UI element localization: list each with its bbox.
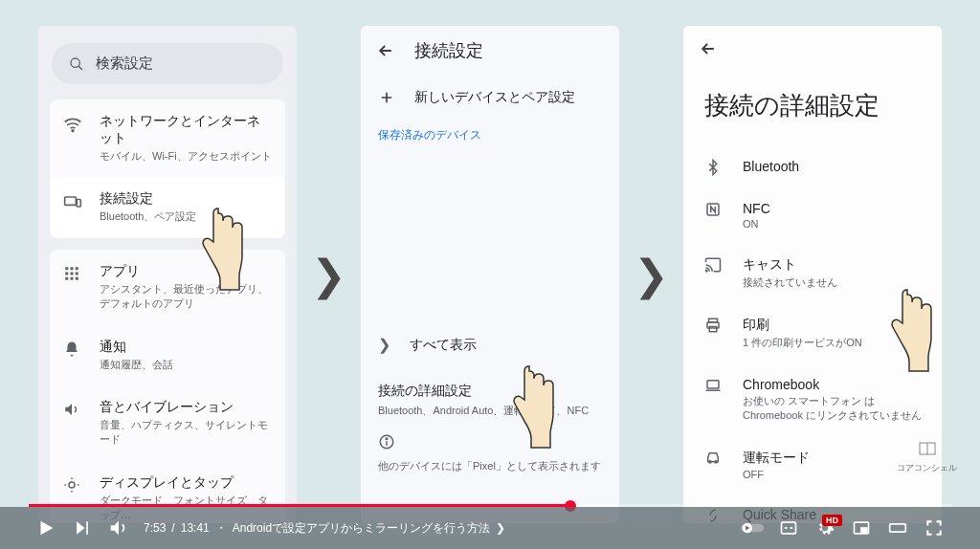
setting-sub: 音量、ハプティクス、サイレントモード [100,418,272,448]
svg-point-23 [386,438,388,440]
setting-sub: モバイル、Wi-Fi、アクセスポイント [100,149,272,164]
bluetooth-icon [704,159,725,176]
device-info: 他のデバイスには「Pixel」として表示されます [361,424,619,485]
setting-title: 接続設定 [100,190,272,208]
show-all-label: すべて表示 [410,337,477,354]
brightness-icon [63,476,82,495]
svg-rect-40 [890,524,906,532]
play-button[interactable] [34,516,57,539]
item-title: 印刷 [743,317,924,334]
captions-button[interactable] [777,516,800,539]
svg-rect-37 [782,522,796,534]
settings-button[interactable]: HD [813,516,836,539]
pair-new-device[interactable]: 新しいデバイスとペア設定 [361,76,619,120]
fullscreen-button[interactable] [923,516,946,539]
laptop-icon [704,377,725,394]
svg-rect-12 [71,277,74,280]
svg-rect-29 [707,381,719,388]
svg-rect-11 [65,277,68,280]
volume-button[interactable] [107,516,130,539]
svg-rect-3 [65,197,77,205]
video-frame: 検索設定 ネットワークとインターネット モバイル、Wi-Fi、アクセスポイント … [0,0,980,549]
svg-rect-6 [71,267,74,270]
setting-title: アプリ [100,263,272,280]
pair-label: 新しいデバイスとペア設定 [414,89,575,106]
wifi-icon [63,115,82,134]
setting-connected[interactable]: 接続設定 Bluetooth、ペア設定 [50,177,285,237]
devices-icon [63,192,82,211]
setting-title: ディスプレイとタップ [100,474,272,492]
setting-notifications[interactable]: 通知 通知履歴、会話 [50,325,285,385]
item-sub: ON [743,218,924,230]
theater-button[interactable] [886,516,909,539]
back-icon[interactable] [376,41,395,60]
svg-line-1 [78,66,82,70]
current-time: 7:53 [144,521,166,535]
svg-rect-13 [76,277,78,280]
settings-screen-1: 検索設定 ネットワークとインターネット モバイル、Wi-Fi、アクセスポイント … [38,26,297,523]
setting-bluetooth[interactable]: Bluetooth [683,145,942,187]
volume-icon [63,401,82,420]
arrow-icon: ❯ [634,251,669,299]
time-display: 7:53 / 13:41 ・ Androidで設定アプリからミラーリングを行う方… [144,520,505,537]
setting-apps[interactable]: アプリ アシスタント、最近使ったアプリ、デフォルトのアプリ [50,250,285,325]
show-all[interactable]: ❯ すべて表示 [361,322,619,367]
item-sub: お使いの スマートフォン は Chromebook にリンクされていません [743,394,924,423]
svg-rect-9 [71,272,74,274]
svg-rect-7 [76,267,78,270]
bell-icon [63,340,82,360]
nfc-icon [704,201,725,218]
search-placeholder: 検索設定 [96,55,153,73]
screen-header: 接続設定 [361,26,619,76]
setting-cast[interactable]: キャスト 接続されていません [683,243,942,303]
advanced-settings[interactable]: 接続の詳細設定 Bluetooth、Android Auto、運転モード、NFC [361,367,619,424]
search-icon [69,56,84,72]
setting-nfc[interactable]: NFC ON [683,187,942,243]
chevron-right-icon: ❯ [378,336,390,354]
item-sub: 1 件の印刷サービスがON [743,336,924,350]
svg-rect-4 [77,200,80,208]
plus-icon [378,89,395,106]
setting-sub: 通知履歴、会話 [100,358,272,372]
next-button[interactable] [71,516,94,539]
setting-chromebook[interactable]: Chromebook お使いの スマートフォン は Chromebook にリン… [683,363,942,436]
setting-title: ネットワークとインターネット [100,113,272,147]
channel-watermark[interactable]: コアコンシェル [897,437,957,474]
info-text: 他のデバイスには「Pixel」として表示されます [378,458,602,475]
item-title: Chromebook [743,377,924,392]
advanced-sub: Bluetooth、Android Auto、運転モード、NFC [378,404,602,418]
search-input[interactable]: 検索設定 [52,43,283,84]
channel-name: コアコンシェル [897,462,957,474]
item-sub: 接続されていません [743,275,924,290]
apps-icon [63,265,82,284]
info-icon [378,433,602,450]
settings-screen-2: 接続設定 新しいデバイスとペア設定 保存済みのデバイス ❯ すべて表示 接続の詳… [361,26,619,523]
setting-sub: Bluetooth、ペア設定 [100,209,272,224]
page-title: 接続の詳細設定 [683,72,942,145]
chapter-title[interactable]: Androidで設定アプリからミラーリングを行う方法 [233,520,490,537]
setting-network[interactable]: ネットワークとインターネット モバイル、Wi-Fi、アクセスポイント [50,99,285,177]
svg-rect-5 [65,267,68,270]
setting-sub: アシスタント、最近使ったアプリ、デフォルトのアプリ [100,282,272,312]
svg-point-2 [72,130,74,132]
svg-rect-10 [76,272,78,274]
duration: 13:41 [181,521,210,535]
video-controls: 7:53 / 13:41 ・ Androidで設定アプリからミラーリングを行う方… [0,507,980,549]
svg-point-14 [69,482,75,488]
item-title: Bluetooth [743,159,924,174]
advanced-title: 接続の詳細設定 [378,383,602,400]
svg-rect-39 [861,528,867,532]
hd-badge: HD [822,515,842,526]
setting-title: 通知 [100,339,272,356]
svg-point-25 [706,270,708,272]
arrow-icon: ❯ [311,251,346,299]
miniplayer-button[interactable] [850,516,873,539]
autoplay-toggle[interactable] [741,516,764,539]
setting-print[interactable]: 印刷 1 件の印刷サービスがON [683,303,942,363]
back-button[interactable] [683,26,942,72]
setting-sound[interactable]: 音とバイブレーション 音量、ハプティクス、サイレントモード [50,385,285,461]
cast-icon [704,256,725,274]
svg-point-0 [71,58,79,67]
car-icon [704,450,725,467]
saved-devices-link[interactable]: 保存済みのデバイス [361,120,619,157]
